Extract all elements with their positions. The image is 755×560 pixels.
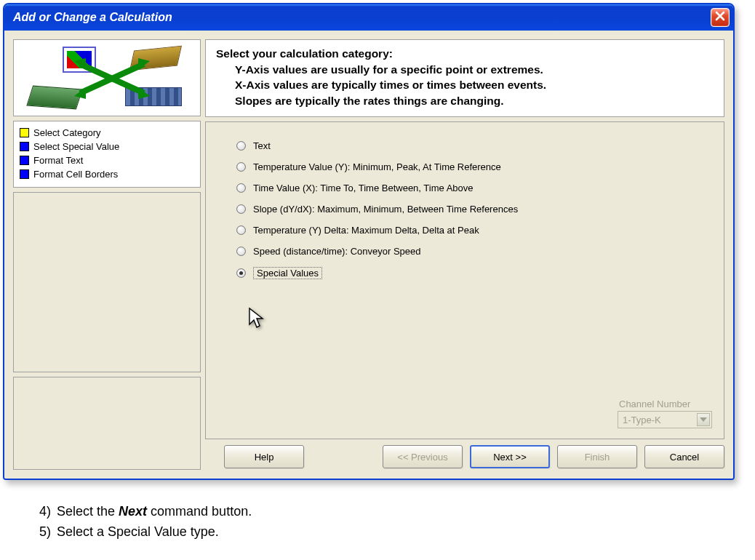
arrows-icon <box>74 58 154 102</box>
radio-icon <box>236 268 246 278</box>
radio-label: Time Value (X): Time To, Time Between, T… <box>253 183 474 193</box>
svg-marker-4 <box>74 87 86 99</box>
button-label: Help <box>255 452 274 463</box>
titlebar[interactable]: Add or Change a Calculation <box>4 4 733 31</box>
wizard-spacer-panel <box>13 192 201 372</box>
svg-marker-5 <box>138 87 150 99</box>
step-swatch-icon <box>20 142 29 151</box>
radio-option-special-values[interactable]: Special Values <box>236 262 712 284</box>
channel-number-group: Channel Number 1-Type-K <box>618 399 712 428</box>
window-body: Select Category Select Special Value For… <box>4 31 733 479</box>
wizard-graphic <box>23 45 191 111</box>
heading-line: X-Axis values are typically times or tim… <box>216 77 714 93</box>
dialog-window: Add or Change a Calculation <box>3 3 735 480</box>
wizard-button-row: Help << Previous Next >> Finish Cancel <box>205 444 724 470</box>
instruction-text: Select a Special Value type. <box>57 522 219 543</box>
wizard-step[interactable]: Format Cell Borders <box>20 167 194 181</box>
instruction-text: Select the Next command button. <box>57 502 252 522</box>
right-column: Select your calculation category: Y-Axis… <box>205 39 724 470</box>
cancel-button[interactable]: Cancel <box>644 445 724 468</box>
step-label: Select Special Value <box>33 141 119 152</box>
svg-marker-3 <box>138 58 150 70</box>
heading-panel: Select your calculation category: Y-Axis… <box>205 39 724 117</box>
radio-option-time-x[interactable]: Time Value (X): Time To, Time Between, T… <box>236 177 712 199</box>
instruction-emphasis: Next <box>119 504 147 519</box>
radio-option-speed[interactable]: Speed (distance/time): Conveyor Speed <box>236 241 712 262</box>
wizard-steps-panel: Select Category Select Special Value For… <box>13 121 201 188</box>
radio-label: Slope (dY/dX): Maximum, Minimum, Between… <box>253 204 518 215</box>
radio-icon <box>236 162 246 172</box>
heading-line: Slopes are typically the rates things ar… <box>216 93 714 109</box>
wizard-step[interactable]: Select Category <box>20 126 194 140</box>
instruction-step-5: 5) Select a Special Value type. <box>32 522 755 543</box>
radio-label: Temperature Value (Y): Minimum, Peak, At… <box>253 161 501 172</box>
previous-button: << Previous <box>383 445 463 468</box>
step-swatch-icon <box>20 156 29 165</box>
button-label: Cancel <box>670 452 699 463</box>
wizard-step[interactable]: Format Text <box>20 153 194 167</box>
chevron-down-icon <box>697 413 710 426</box>
help-button[interactable]: Help <box>224 445 304 468</box>
radio-icon <box>236 183 246 193</box>
instruction-step-4: 4) Select the Next command button. <box>32 502 755 522</box>
radio-icon <box>236 247 246 256</box>
radio-label: Text <box>253 140 271 151</box>
button-label: Next >> <box>493 452 527 463</box>
radio-icon <box>236 141 246 151</box>
next-button[interactable]: Next >> <box>470 445 550 468</box>
step-swatch-icon <box>20 128 29 137</box>
left-column: Select Category Select Special Value For… <box>13 39 201 470</box>
cursor-icon <box>248 307 267 332</box>
instruction-list: 4) Select the Next command button. 5) Se… <box>32 502 755 543</box>
radio-label: Temperature (Y) Delta: Maximum Delta, De… <box>253 225 479 236</box>
instruction-number: 4) <box>32 502 51 522</box>
finish-button: Finish <box>557 445 637 468</box>
channel-number-label: Channel Number <box>618 399 712 409</box>
radio-option-temperature-delta[interactable]: Temperature (Y) Delta: Maximum Delta, De… <box>236 220 712 241</box>
channel-number-value: 1-Type-K <box>623 415 661 425</box>
close-icon <box>714 10 726 25</box>
svg-marker-2 <box>74 58 86 70</box>
channel-number-select: 1-Type-K <box>618 411 712 428</box>
button-label: Finish <box>585 452 610 463</box>
radio-label: Speed (distance/time): Conveyor Speed <box>253 246 421 257</box>
wizard-step[interactable]: Select Special Value <box>20 140 194 153</box>
close-button[interactable] <box>711 8 730 27</box>
heading-line: Select your calculation category: <box>216 46 714 62</box>
radio-icon <box>236 225 246 235</box>
wizard-graphic-panel <box>13 39 201 116</box>
button-label: << Previous <box>397 452 447 463</box>
options-panel: Text Temperature Value (Y): Minimum, Pea… <box>205 121 724 439</box>
step-label: Select Category <box>33 127 101 138</box>
radio-option-slope[interactable]: Slope (dY/dX): Maximum, Minimum, Between… <box>236 199 712 220</box>
step-label: Format Text <box>33 155 83 166</box>
instruction-number: 5) <box>32 522 51 543</box>
wizard-description-panel <box>13 377 201 470</box>
step-label: Format Cell Borders <box>33 169 118 180</box>
radio-option-text[interactable]: Text <box>236 135 712 156</box>
window-title: Add or Change a Calculation <box>13 11 711 24</box>
heading-line: Y-Axis values are usually for a specific… <box>216 62 714 78</box>
radio-icon <box>236 204 246 214</box>
radio-label: Special Values <box>253 267 322 279</box>
step-swatch-icon <box>20 169 29 179</box>
radio-option-temperature-y[interactable]: Temperature Value (Y): Minimum, Peak, At… <box>236 156 712 177</box>
